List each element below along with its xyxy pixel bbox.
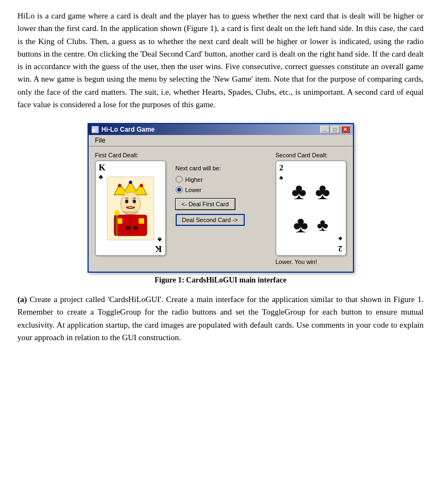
menu-bar: File (89, 135, 353, 146)
title-bar-buttons: _ □ ✕ (320, 126, 350, 133)
king-face-area: ♣ ♣ (100, 172, 161, 244)
first-card-label: First Card Dealt: (95, 152, 139, 158)
next-card-label: Next card will be: (176, 165, 221, 171)
minimize-button[interactable]: _ (320, 126, 330, 133)
radio-higher-option[interactable]: Higher (176, 176, 203, 183)
two-rank-top: 2♣ (279, 163, 284, 181)
second-card-section: Second Card Dealt: 2♣ ♣ ♣ ♣ (276, 152, 346, 265)
two-rank-bottom: 2♣ (338, 235, 343, 253)
middle-controls: Next card will be: Higher Lower <- Deal … (166, 152, 254, 226)
king-rank-bottom: K♣ (155, 236, 162, 253)
radio-higher-label: Higher (185, 176, 203, 183)
part-a-label: (a) (17, 295, 27, 304)
svg-point-2 (118, 184, 121, 187)
radio-higher-circle[interactable] (176, 176, 183, 183)
part-a-section: (a) Create a project called 'CardsHiLoGU… (17, 293, 424, 344)
clubs-bottom-row: ♣ ♣ (293, 212, 328, 238)
title-bar-left: ♠ Hi-Lo Card Game (91, 126, 155, 133)
club-pip-bottom-left: ♣ (293, 212, 308, 238)
svg-point-4 (140, 184, 143, 187)
svg-text:♣: ♣ (133, 224, 138, 232)
clubs-pips-area: ♣ ♣ ♣ ♣ (276, 161, 346, 255)
window-body: First Card Dealt: K♣ (89, 146, 353, 272)
radio-lower-option[interactable]: Lower (176, 186, 202, 193)
two-card-content: 2♣ ♣ ♣ ♣ ♣ 2♣ (276, 161, 346, 255)
maximize-button[interactable]: □ (331, 126, 340, 133)
file-menu[interactable]: File (92, 136, 109, 145)
window-title: Hi-Lo Card Game (102, 126, 155, 133)
svg-rect-11 (139, 218, 144, 224)
figure-caption: Figure 1: CardsHiLoGUI main interface (154, 276, 286, 285)
svg-text:♣: ♣ (125, 224, 130, 232)
club-pip-top-left: ♣ (291, 179, 307, 205)
svg-point-3 (129, 181, 132, 184)
clubs-top-row: ♣ ♣ (291, 179, 330, 205)
svg-point-15 (114, 210, 120, 216)
second-card-label: Second Card Dealt: (276, 152, 328, 158)
cards-area: First Card Dealt: K♣ (95, 152, 346, 265)
club-pip-bottom-right: ♣ (317, 215, 328, 235)
intro-text: HiLo is a card game where a card is deal… (17, 11, 424, 109)
king-card-content: K♣ (96, 161, 165, 255)
status-label: Lower. You win! (276, 259, 317, 265)
king-face-svg: ♣ ♣ (106, 176, 155, 241)
svg-point-7 (133, 199, 136, 203)
radio-lower-circle[interactable] (176, 186, 183, 193)
radio-lower-label: Lower (185, 187, 202, 193)
intro-paragraph: HiLo is a card game where a card is deal… (17, 10, 424, 111)
title-bar: ♠ Hi-Lo Card Game _ □ ✕ (89, 124, 353, 135)
second-card: 2♣ ♣ ♣ ♣ ♣ 2♣ (276, 161, 346, 256)
svg-point-6 (125, 199, 128, 203)
deal-second-button[interactable]: Deal Second Card -> (176, 214, 245, 226)
club-pip-top-right: ♣ (315, 179, 331, 205)
part-a-text: Create a project called 'CardsHiLoGUI'. … (17, 295, 424, 342)
first-card-section: First Card Dealt: K♣ (95, 152, 166, 256)
window-icon: ♠ (91, 126, 99, 133)
deal-first-button[interactable]: <- Deal First Card (176, 199, 235, 210)
close-button[interactable]: ✕ (341, 126, 350, 133)
figure-wrapper: ♠ Hi-Lo Card Game _ □ ✕ File First Card … (17, 123, 424, 285)
first-card: K♣ (95, 161, 166, 256)
app-window: ♠ Hi-Lo Card Game _ □ ✕ File First Card … (88, 123, 354, 273)
